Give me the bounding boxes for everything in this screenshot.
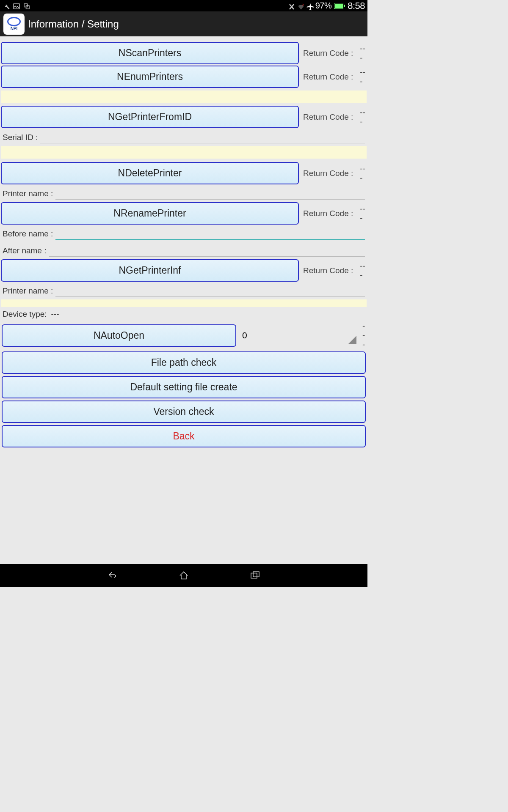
divider [1, 299, 367, 307]
printer-name-input[interactable] [55, 188, 365, 200]
recent-nav-icon[interactable] [249, 571, 261, 581]
return-code-value: --- [360, 204, 367, 223]
nav-bar [0, 564, 367, 587]
battery-icon [334, 3, 343, 9]
enum-printers-button[interactable]: NEnumPrinters [1, 66, 299, 88]
return-code-label: Return Code : [303, 72, 353, 82]
printer-name-label: Printer name : [3, 189, 53, 198]
divider [1, 91, 367, 103]
app-icon-label: NPI [11, 27, 18, 31]
return-code-value: --- [360, 108, 367, 126]
get-printer-inf-button[interactable]: NGetPrinterInf [1, 259, 299, 282]
return-code-value: --- [360, 68, 367, 86]
delete-printer-button[interactable]: NDeletePrinter [1, 162, 299, 184]
return-code-label: Return Code : [303, 49, 353, 58]
device-type-label: Device type: [3, 310, 47, 319]
wrench-icon [3, 3, 9, 9]
return-code-label: Return Code : [303, 209, 353, 218]
auto-open-spinner[interactable] [239, 326, 356, 344]
vibrate-icon [287, 3, 294, 9]
auto-open-status: --- [362, 321, 365, 349]
svg-rect-5 [251, 573, 257, 578]
return-code-value: --- [360, 44, 367, 63]
device-type-value: --- [51, 310, 59, 319]
auto-open-button[interactable]: NAutoOpen [2, 324, 236, 347]
wifi-icon: × [297, 3, 304, 9]
home-nav-icon[interactable] [178, 571, 190, 581]
svg-rect-6 [253, 572, 259, 577]
return-code-label: Return Code : [303, 169, 353, 178]
default-setting-create-button[interactable]: Default setting file create [2, 376, 366, 398]
svg-point-3 [291, 6, 292, 7]
version-check-button[interactable]: Version check [2, 401, 366, 423]
return-code-label: Return Code : [303, 112, 353, 122]
rename-printer-button[interactable]: NRenamePrinter [1, 202, 299, 225]
return-code-label: Return Code : [303, 266, 353, 275]
back-nav-icon[interactable] [107, 571, 119, 581]
svg-text:×: × [302, 3, 304, 7]
get-printer-from-id-button[interactable]: NGetPrinterFromID [1, 106, 299, 128]
status-bar: × 97% 8:58 [0, 0, 367, 11]
airplane-icon [306, 3, 313, 9]
file-path-check-button[interactable]: File path check [2, 351, 366, 374]
battery-percent: 97% [315, 1, 332, 11]
printer-name-label: Printer name : [3, 286, 53, 296]
app-icon: NPI [3, 14, 25, 35]
return-code-value: --- [360, 261, 367, 280]
app-bar: NPI Information / Setting [0, 11, 367, 36]
page-title: Information / Setting [28, 18, 119, 30]
before-name-label: Before name : [3, 229, 53, 239]
divider [1, 146, 367, 159]
windows-icon [23, 3, 30, 9]
back-button[interactable]: Back [2, 425, 366, 447]
after-name-label: After name : [3, 246, 47, 255]
clock: 8:58 [348, 0, 365, 11]
scan-printers-button[interactable]: NScanPrinters [1, 42, 299, 64]
printer-name-input-2[interactable] [55, 285, 365, 297]
serial-id-label: Serial ID : [3, 133, 38, 142]
before-name-input[interactable] [55, 228, 365, 240]
image-icon [13, 3, 19, 9]
return-code-value: --- [360, 164, 367, 183]
serial-id-input[interactable] [40, 132, 365, 143]
after-name-input[interactable] [49, 245, 365, 257]
